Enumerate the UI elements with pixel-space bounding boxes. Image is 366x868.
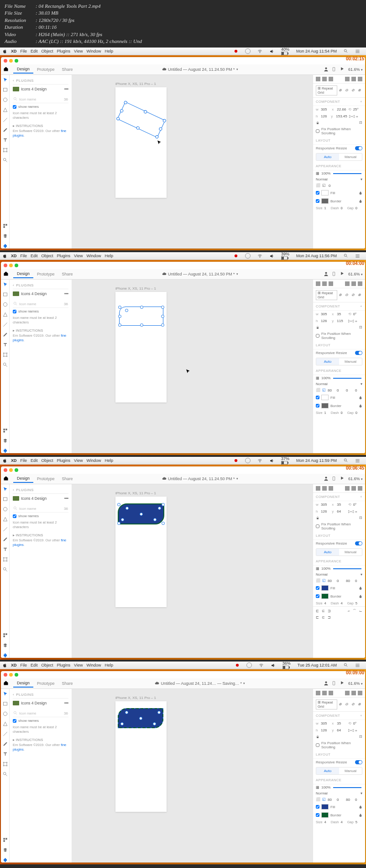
fill-row[interactable]: Fill — [313, 803, 365, 811]
rectangle-tool[interactable] — [2, 496, 8, 502]
fix-position-checkbox[interactable]: Fix Position When Scrolling — [313, 126, 365, 137]
search-icon[interactable] — [344, 254, 348, 258]
window-controls[interactable] — [1, 262, 21, 269]
tab-prototype[interactable]: Prototype — [33, 680, 58, 687]
flip-h-icon[interactable]: ▷◁ — [349, 114, 355, 118]
align-middle-icon[interactable] — [351, 486, 356, 491]
align-bottom-icon[interactable] — [358, 486, 362, 491]
blend-mode[interactable]: Normal▾ — [313, 176, 365, 182]
artboard-label[interactable]: iPhone X, XS, 11 Pro – 1 — [115, 491, 167, 495]
tab-prototype[interactable]: Prototype — [33, 270, 58, 278]
text-tool[interactable] — [2, 137, 8, 143]
menu-file[interactable]: File — [21, 254, 27, 258]
menu-plugins[interactable]: Plugins — [57, 49, 71, 53]
plugin-item[interactable]: Icons 4 Design••• — [13, 289, 68, 298]
play-icon[interactable] — [340, 681, 345, 686]
repeat-grid[interactable]: ⊞ Repeat Grid⊕⊖⊘⊗ — [313, 84, 365, 98]
select-tool[interactable] — [2, 77, 8, 82]
blend-mode[interactable]: Normal▾ — [313, 572, 365, 577]
align-right-icon[interactable] — [329, 77, 333, 81]
phone-icon[interactable] — [332, 67, 337, 72]
play-icon[interactable] — [340, 476, 345, 482]
zoom-tool[interactable] — [2, 771, 8, 777]
border-row[interactable]: Border — [313, 592, 365, 600]
pen-tool[interactable] — [2, 741, 8, 746]
menu-window[interactable]: Window — [86, 663, 101, 667]
assets-icon[interactable] — [2, 223, 8, 228]
height-value[interactable]: 126 — [321, 319, 327, 323]
fix-position-checkbox[interactable]: Fix Position When Scrolling — [313, 740, 365, 751]
menu-object[interactable]: Object — [42, 254, 53, 258]
width-value[interactable]: 305 — [321, 503, 327, 507]
zoom-value[interactable]: 61.6% ▾ — [348, 476, 363, 481]
plugins-icon[interactable] — [2, 243, 8, 249]
align-bottom-icon[interactable] — [358, 281, 362, 286]
menu-file[interactable]: File — [21, 663, 27, 667]
layers-icon[interactable] — [2, 847, 8, 852]
align-left-icon[interactable] — [316, 486, 320, 491]
align-middle-icon[interactable] — [351, 77, 356, 81]
tab-design[interactable]: Design — [13, 679, 33, 688]
flip-h-icon[interactable]: ▷◁ — [348, 319, 354, 323]
x-value[interactable]: 22.66 — [337, 107, 346, 111]
align-center-icon[interactable] — [322, 486, 327, 491]
show-names-checkbox[interactable]: show names — [13, 717, 68, 724]
menu-object[interactable]: Object — [42, 458, 53, 463]
user-icon[interactable] — [324, 271, 329, 277]
menu-view[interactable]: View — [74, 49, 83, 53]
align-right-icon[interactable] — [329, 281, 333, 286]
tab-share[interactable]: Share — [58, 270, 77, 278]
menu-view[interactable]: View — [74, 663, 83, 667]
plugins-icon[interactable] — [2, 857, 8, 863]
tab-share[interactable]: Share — [58, 680, 77, 687]
search-icon[interactable] — [344, 49, 348, 53]
home-icon[interactable] — [3, 476, 10, 482]
fix-position-checkbox[interactable]: Fix Position When Scrolling — [313, 330, 365, 341]
rectangle-tool[interactable] — [2, 87, 8, 92]
align-left-icon[interactable] — [316, 691, 320, 695]
rectangle-tool[interactable] — [2, 291, 8, 297]
menu-icon[interactable] — [355, 663, 360, 668]
align-right-icon[interactable] — [329, 486, 333, 491]
responsive-resize[interactable]: Responsive Resize — [313, 540, 365, 547]
y-value[interactable]: 153.45 — [336, 114, 347, 118]
ellipse-tool[interactable] — [2, 97, 8, 102]
width-value[interactable]: 305 — [321, 312, 327, 316]
flip-h-icon[interactable]: ▷◁ — [348, 509, 354, 513]
lock-icon[interactable] — [316, 735, 319, 739]
polygon-tool[interactable] — [2, 516, 8, 522]
responsive-resize[interactable]: Responsive Resize — [313, 145, 365, 152]
flip-h-icon[interactable]: ▷◁ — [348, 728, 354, 732]
zoom-tool[interactable] — [2, 157, 8, 163]
app-name[interactable]: XD — [11, 49, 17, 53]
align-bottom-icon[interactable] — [358, 77, 362, 81]
y-value[interactable]: 64 — [337, 509, 341, 513]
artboard-label[interactable]: iPhone X, XS, 11 Pro – 1 — [115, 696, 167, 700]
menu-icon[interactable] — [355, 254, 360, 259]
flip-v-icon[interactable]: ⏛ — [356, 114, 358, 118]
show-names-checkbox[interactable]: show names — [13, 513, 68, 519]
artboard-label[interactable]: iPhone X, XS, 11 Pro – 1 — [115, 286, 167, 291]
text-tool[interactable] — [2, 546, 8, 552]
canvas[interactable]: iPhone X, XS, 11 Pro – 1 — [72, 75, 313, 249]
tab-share[interactable]: Share — [58, 66, 77, 73]
phone-icon[interactable] — [332, 271, 337, 277]
show-names-checkbox[interactable]: show names — [13, 308, 68, 315]
canvas[interactable]: iPhone X, XS, 11 Pro – 1 — [72, 484, 313, 658]
opacity-row[interactable]: ▦100% — [313, 784, 365, 790]
user-icon[interactable] — [324, 476, 329, 482]
menu-file[interactable]: File — [21, 49, 27, 53]
user-icon[interactable] — [324, 67, 329, 72]
window-controls[interactable] — [1, 671, 21, 678]
layers-icon[interactable] — [2, 233, 8, 238]
app-name[interactable]: XD — [11, 458, 17, 463]
app-name[interactable]: XD — [11, 663, 17, 667]
rotation-value[interactable]: 0° — [353, 503, 357, 507]
fill-row[interactable]: Fill — [313, 393, 365, 402]
x-value[interactable]: 35 — [337, 503, 341, 507]
zoom-tool[interactable] — [2, 566, 8, 572]
phone-icon[interactable] — [332, 476, 337, 482]
rotation-value[interactable]: 0° — [353, 721, 357, 725]
rotation-value[interactable]: 0° — [353, 312, 357, 316]
menu-help[interactable]: Help — [105, 49, 113, 53]
